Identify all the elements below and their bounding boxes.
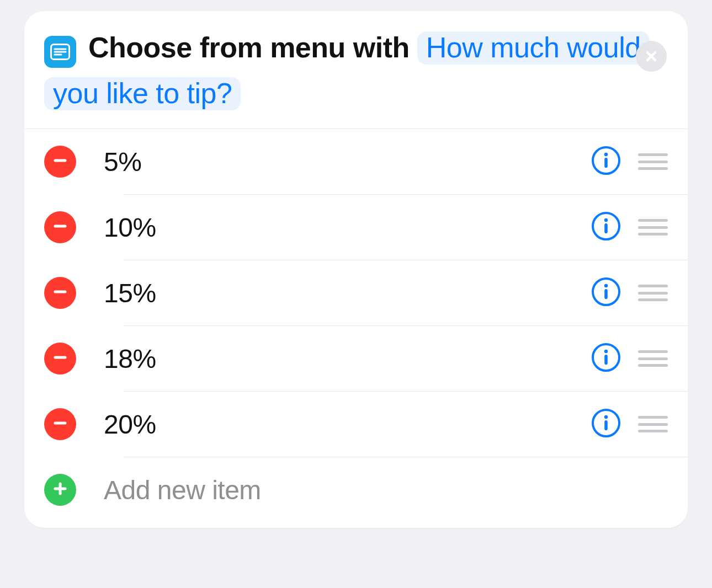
- remove-item-button[interactable]: [44, 211, 76, 243]
- minus-icon: [52, 153, 68, 170]
- menu-item-row: 20%: [24, 392, 688, 457]
- menu-item-label[interactable]: 20%: [104, 409, 591, 440]
- add-item-placeholder[interactable]: Add new item: [104, 475, 668, 505]
- svg-point-24: [604, 415, 608, 419]
- svg-rect-13: [604, 223, 608, 233]
- close-icon: [645, 50, 658, 63]
- drag-handle[interactable]: [638, 285, 668, 301]
- plus-icon: [52, 481, 68, 499]
- svg-point-8: [604, 153, 608, 156]
- info-icon: [591, 408, 621, 440]
- menu-item-label[interactable]: 18%: [104, 344, 591, 374]
- action-header: Choose from menu with How much would you…: [24, 11, 688, 129]
- menu-item-row: 5%: [24, 129, 688, 194]
- minus-icon: [52, 284, 68, 302]
- drag-handle[interactable]: [638, 153, 668, 170]
- svg-rect-21: [604, 355, 608, 365]
- info-icon: [591, 146, 621, 178]
- item-info-button[interactable]: [591, 212, 621, 243]
- svg-point-20: [604, 350, 608, 353]
- info-icon: [591, 277, 621, 309]
- info-icon: [591, 343, 621, 375]
- remove-item-button[interactable]: [44, 277, 76, 309]
- item-info-button[interactable]: [591, 409, 621, 440]
- menu-item-row: 18%: [24, 326, 688, 391]
- minus-icon: [52, 350, 68, 367]
- remove-item-button[interactable]: [44, 146, 76, 178]
- item-info-button[interactable]: [591, 343, 621, 374]
- remove-item-button[interactable]: [44, 343, 76, 375]
- svg-rect-25: [604, 420, 608, 430]
- svg-point-16: [604, 284, 608, 287]
- menu-item-row: 10%: [24, 195, 688, 260]
- drag-handle[interactable]: [638, 219, 668, 236]
- svg-rect-17: [604, 289, 608, 299]
- minus-icon: [52, 218, 68, 236]
- menu-item-label[interactable]: 5%: [104, 147, 591, 177]
- menu-card-icon: [44, 36, 76, 68]
- minus-icon: [52, 415, 68, 433]
- menu-item-row: 15%: [24, 260, 688, 325]
- choose-from-menu-action-card: Choose from menu with How much would you…: [24, 11, 688, 528]
- close-button[interactable]: [636, 41, 667, 72]
- menu-item-label[interactable]: 15%: [104, 278, 591, 308]
- menu-items-list: 5%: [24, 129, 688, 528]
- remove-item-button[interactable]: [44, 408, 76, 440]
- drag-handle[interactable]: [638, 416, 668, 432]
- add-item-row[interactable]: Add new item: [24, 457, 688, 528]
- menu-item-label[interactable]: 10%: [104, 212, 591, 243]
- item-info-button[interactable]: [591, 277, 621, 308]
- drag-handle[interactable]: [638, 350, 668, 367]
- item-info-button[interactable]: [591, 146, 621, 177]
- info-icon: [591, 211, 621, 243]
- svg-point-12: [604, 218, 608, 222]
- add-item-button[interactable]: [44, 474, 76, 506]
- action-title: Choose from menu with: [88, 31, 417, 63]
- svg-rect-9: [604, 158, 608, 168]
